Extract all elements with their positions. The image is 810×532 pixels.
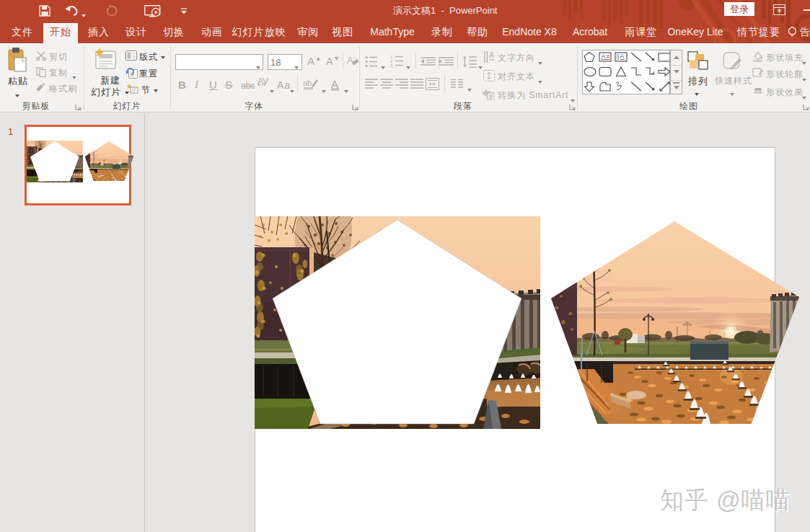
svg-text:A: A bbox=[489, 51, 494, 59]
svg-text:A: A bbox=[602, 53, 606, 60]
svg-text:ab: ab bbox=[303, 79, 312, 87]
svg-text:A: A bbox=[347, 55, 353, 66]
svg-text:A: A bbox=[620, 53, 625, 60]
svg-text:3: 3 bbox=[390, 63, 393, 68]
